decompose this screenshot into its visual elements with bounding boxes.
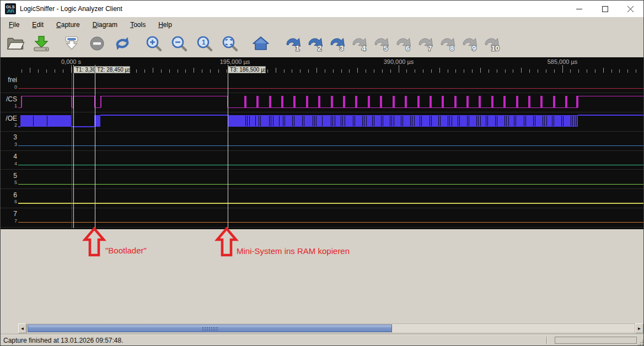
go-to-cursor-1-button[interactable]: 1 bbox=[283, 34, 304, 56]
resize-grip[interactable] bbox=[637, 339, 644, 346]
svg-text:4: 4 bbox=[362, 44, 366, 52]
scrollbar-thumb[interactable] bbox=[28, 325, 392, 332]
begin-capture-icon bbox=[62, 35, 81, 55]
repeat-capture-button[interactable] bbox=[112, 34, 133, 56]
save-button[interactable] bbox=[31, 34, 52, 56]
channel-index-2: 2 bbox=[1, 122, 17, 128]
home-icon bbox=[251, 35, 270, 55]
title-bar: OLS LogicSniffer - Logic Analyzer Client bbox=[1, 1, 643, 17]
begin-capture-button[interactable] bbox=[61, 34, 82, 56]
menu-help[interactable]: Help bbox=[153, 19, 177, 31]
minimize-button[interactable] bbox=[566, 1, 592, 17]
svg-text:1: 1 bbox=[202, 39, 206, 46]
scroll-left-button[interactable]: ◄ bbox=[18, 323, 26, 333]
jump-cursor-icon: 3 bbox=[328, 35, 348, 55]
zoom-out-button[interactable] bbox=[169, 34, 190, 56]
zoom-fit-icon bbox=[221, 35, 240, 55]
svg-text:2: 2 bbox=[318, 44, 321, 52]
svg-text:10: 10 bbox=[491, 44, 499, 52]
zoom-in-button[interactable] bbox=[144, 34, 165, 56]
signal-traces: 0,000 s195,000 µs390,000 µs585,000 µs bbox=[1, 57, 644, 229]
cancel-capture-icon bbox=[88, 35, 106, 55]
svg-text:195,000 µs: 195,000 µs bbox=[220, 58, 250, 65]
save-capture-icon bbox=[32, 35, 51, 55]
status-bar: Capture finished at 13.01.2026 09:57:48. bbox=[1, 334, 644, 346]
cancel-capture-button[interactable] bbox=[87, 34, 108, 56]
menu-edit[interactable]: Edit bbox=[27, 19, 49, 31]
svg-text:1: 1 bbox=[296, 44, 299, 52]
jump-cursor-icon: 5 bbox=[372, 35, 392, 55]
channel-label-2[interactable]: /OE bbox=[1, 115, 17, 122]
channel-label-3[interactable]: 3 bbox=[1, 133, 17, 141]
zoom-out-icon bbox=[170, 35, 189, 55]
status-message: Capture finished at 13.01.2026 09:57:48. bbox=[3, 337, 124, 344]
go-to-cursor-3-button[interactable]: 3 bbox=[328, 34, 348, 56]
scroll-right-button[interactable]: ► bbox=[635, 323, 643, 333]
zoom-fit-button[interactable] bbox=[220, 34, 241, 56]
cursor-flag-T3[interactable]: T3: 186,500 µs bbox=[228, 66, 266, 73]
channel-label-4[interactable]: 4 bbox=[1, 153, 17, 160]
app-icon-text: OLS bbox=[6, 5, 15, 9]
go-to-cursor-5-button[interactable]: 5 bbox=[372, 34, 393, 56]
jump-cursor-icon: 1 bbox=[284, 35, 304, 55]
channel-index-5: 5 bbox=[1, 180, 17, 185]
minimize-icon bbox=[576, 6, 582, 12]
go-to-cursor-9-button[interactable]: 9 bbox=[460, 34, 481, 56]
cursor-flag-T1[interactable]: T1: 3,30 bbox=[73, 66, 95, 73]
go-to-cursor-7-button[interactable]: 7 bbox=[416, 34, 437, 56]
zoom-original-button[interactable]: 1 bbox=[195, 34, 216, 56]
close-button[interactable] bbox=[618, 1, 643, 17]
channel-label-7[interactable]: 7 bbox=[1, 210, 17, 218]
status-separator bbox=[546, 337, 548, 344]
zoom-original-icon: 1 bbox=[196, 35, 214, 55]
zoom-in-icon bbox=[145, 35, 164, 55]
channel-label-6[interactable]: 6 bbox=[1, 191, 17, 199]
go-to-cursor-2-button[interactable]: 2 bbox=[305, 34, 326, 56]
open-button[interactable] bbox=[5, 34, 26, 56]
cursor-flag-T2[interactable]: T2: 28,450 µs bbox=[95, 66, 130, 73]
app-window: OLS LogicSniffer - Logic Analyzer Client… bbox=[0, 0, 644, 346]
svg-text:5: 5 bbox=[384, 44, 388, 52]
scrollbar-row: ◄ ► bbox=[1, 323, 644, 334]
menu-capture[interactable]: Capture bbox=[51, 19, 85, 31]
channel-label-5[interactable]: 5 bbox=[1, 172, 17, 180]
jump-cursor-icon: 6 bbox=[394, 35, 414, 55]
go-to-cursor-8-button[interactable]: 8 bbox=[438, 34, 459, 56]
channel-index-3: 3 bbox=[1, 142, 17, 147]
scrollbar-track[interactable] bbox=[26, 323, 635, 333]
svg-text:3: 3 bbox=[340, 44, 344, 52]
maximize-button[interactable] bbox=[592, 1, 618, 17]
svg-text:7: 7 bbox=[428, 44, 432, 52]
go-to-cursor-4-button[interactable]: 4 bbox=[350, 34, 371, 56]
svg-text:8: 8 bbox=[450, 44, 454, 52]
progress-bar bbox=[555, 337, 637, 344]
menu-bar: FileEditCaptureDiagramToolsHelp bbox=[1, 17, 643, 32]
repeat-capture-icon bbox=[113, 35, 132, 55]
maximize-icon bbox=[602, 6, 608, 12]
menu-tools[interactable]: Tools bbox=[125, 19, 151, 31]
open-folder-icon bbox=[6, 35, 25, 54]
channel-index-4: 4 bbox=[1, 161, 17, 166]
channel-label-0[interactable]: frei bbox=[1, 76, 17, 84]
annotation-text: "Bootlader" bbox=[105, 246, 147, 255]
go-to-begin-button[interactable] bbox=[250, 34, 271, 56]
jump-cursor-icon: 4 bbox=[350, 35, 370, 55]
scroll-left-icon: ◄ bbox=[20, 326, 25, 331]
toolbar: 1 1 2 3 4 5 6 7 8 9 10 bbox=[1, 32, 643, 57]
jump-cursor-icon: 7 bbox=[416, 35, 436, 55]
jump-cursor-icon: 9 bbox=[460, 35, 480, 55]
svg-text:585,000 µs: 585,000 µs bbox=[548, 58, 578, 65]
scroll-right-icon: ► bbox=[637, 326, 642, 331]
channel-label-1[interactable]: /CS bbox=[1, 95, 17, 103]
jump-cursor-icon: 10 bbox=[482, 35, 502, 55]
svg-text:0,000 s: 0,000 s bbox=[61, 58, 82, 65]
channel-index-1: 1 bbox=[1, 103, 17, 109]
waveform-area[interactable]: 0,000 s195,000 µs390,000 µs585,000 µs fr… bbox=[1, 57, 644, 229]
menu-file[interactable]: File bbox=[4, 19, 24, 31]
menu-diagram[interactable]: Diagram bbox=[88, 19, 122, 31]
go-to-cursor-10-button[interactable]: 10 bbox=[482, 34, 503, 56]
app-icon-waveform bbox=[6, 9, 15, 13]
go-to-cursor-6-button[interactable]: 6 bbox=[394, 34, 415, 56]
close-icon bbox=[627, 6, 634, 12]
channel-index-6: 6 bbox=[1, 199, 17, 204]
